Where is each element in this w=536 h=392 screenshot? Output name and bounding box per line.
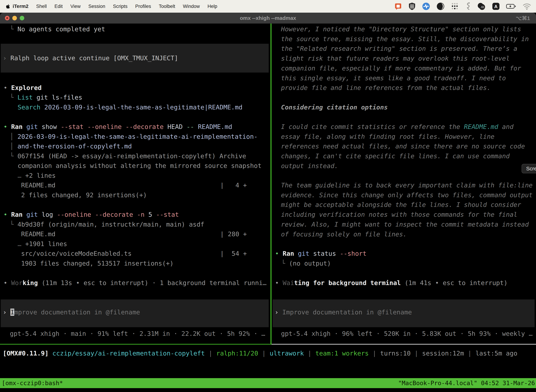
stat-filename: src/voice/voiceModeEnabled.ts xyxy=(21,250,132,257)
right-terminal-pane[interactable]: However, I noticed the "Directory Struct… xyxy=(272,23,536,344)
ralph-banner-line: › Ralph loop active continue [OMX_TMUX_I… xyxy=(1,53,269,63)
stat-count: | 280 + xyxy=(220,229,247,239)
menu-item-help[interactable]: Help xyxy=(207,4,217,9)
dots-grid-icon[interactable] xyxy=(451,2,459,10)
menu-item-scripts[interactable]: Scripts xyxy=(113,4,128,9)
more-lines: +2 lines xyxy=(25,172,56,179)
cmd-sub: show xyxy=(42,123,61,130)
waiting-status-line: • Waiting for background terminal (1m 41… xyxy=(272,278,536,288)
screenshot-notification[interactable]: Scre xyxy=(522,164,536,173)
model-status-text: gpt-5.4 xhigh · main · 91% left · 2.31M … xyxy=(10,330,265,337)
git-show-output-line: │ and-the-erosion-of-copyleft.md xyxy=(0,141,270,151)
search-keyword: Search xyxy=(18,104,44,111)
cmd-arg: HEAD xyxy=(168,123,187,130)
working-shimmer-dim: Wor xyxy=(11,279,23,286)
working-detail: (11m 13s • esc to interrupt) · 1 backgro… xyxy=(38,279,266,286)
stat-count: | 4 + xyxy=(220,180,247,190)
contrast-moon-icon[interactable] xyxy=(436,2,445,10)
cmd-flag: --decorate xyxy=(95,211,137,218)
cmd-sub: log xyxy=(42,211,57,218)
more-lines: +1901 lines xyxy=(25,240,67,247)
working-status-line: • Working (11m 13s • esc to interrupt) ·… xyxy=(0,278,270,288)
cmd-git: git xyxy=(26,123,42,130)
menu-item-edit[interactable]: Edit xyxy=(54,4,63,9)
battery-icon[interactable] xyxy=(506,2,516,10)
git-show-output-line: companion analysis without altering the … xyxy=(0,161,270,171)
pulse-icon[interactable] xyxy=(422,2,430,10)
ran-label: Ran xyxy=(11,211,26,218)
tree-corner: └ xyxy=(10,94,17,101)
menu-status-icons: ..61 A xyxy=(394,2,531,10)
stat-filename: README.md xyxy=(21,230,55,238)
separator: | xyxy=(464,350,475,357)
input-source-a-icon[interactable]: A xyxy=(492,2,500,10)
omx-turns: turns:10 xyxy=(380,350,411,357)
summary-text: 2 files changed, 92 insertions(+) xyxy=(21,191,147,199)
menu-item-toolbelt[interactable]: Toolbelt xyxy=(159,4,175,9)
omx-ralph-counter: ralph:11/20 xyxy=(216,350,258,357)
model-status-text: gpt-5.4 xhigh · 96% left · 520K in · 5.8… xyxy=(281,330,532,337)
cmd-arg: 5 xyxy=(148,211,156,218)
readme-file-reference: README.md xyxy=(464,123,498,130)
prompt-input-box[interactable]: › Improve documentation in @filename xyxy=(273,299,535,327)
badge-61-icon[interactable]: ..61 xyxy=(477,2,486,10)
ran-label: Ran xyxy=(282,250,298,257)
cmd-git: git xyxy=(26,211,42,218)
cmd-flag: --stat xyxy=(156,211,179,218)
dragon-icon[interactable] xyxy=(465,2,471,10)
menu-item-profiles[interactable]: Profiles xyxy=(135,4,151,9)
wifi-icon[interactable] xyxy=(523,3,531,10)
left-terminal-pane[interactable]: └ No agents completed yet › Ralph loop a… xyxy=(0,23,270,344)
waiting-shimmer-bold: ting for background terminal xyxy=(294,279,401,286)
shield-grid-icon[interactable] xyxy=(408,2,416,10)
ran-git-status-line: • Ran git status --short xyxy=(272,249,536,258)
menu-item-view[interactable]: View xyxy=(70,4,81,9)
menu-item-iterm2[interactable]: iTerm2 xyxy=(13,4,29,9)
tmux-session-window[interactable]: [omx-cczip0:bash* xyxy=(2,378,63,388)
tree-corner: └ xyxy=(10,152,17,160)
no-output-line: └ (no output) xyxy=(272,258,536,268)
banner-prompt: › xyxy=(3,54,10,62)
waiting-shimmer-dim: Wai xyxy=(282,279,294,286)
tmux-host-clock: "MacBook-Pro-44.local" 04:52 31-Mar-26 xyxy=(398,378,535,388)
input-source-a-label: A xyxy=(494,4,498,9)
window-shortcut: ⌥⌘1 xyxy=(516,13,530,23)
tree-corner: └ xyxy=(10,25,17,33)
git-show-output-line: └ 067f154 (HEAD -> essay/ai-reimplementa… xyxy=(0,151,270,161)
bullet-icon: • xyxy=(4,84,11,91)
prompt-input-box[interactable]: › Improve documentation in @filename xyxy=(1,299,269,327)
cmd-file: README.md xyxy=(198,123,232,130)
model-status-line: gpt-5.4 xhigh · main · 91% left · 2.31M … xyxy=(0,329,270,339)
cmd-flag: --oneline xyxy=(87,123,125,130)
separator: | xyxy=(369,350,380,357)
explored-list-line: └ List git ls-files xyxy=(0,93,270,103)
ran-git-show-line: • Ran git show --stat --oneline --decora… xyxy=(0,122,270,132)
git-log-more-line: … +1901 lines xyxy=(0,239,270,249)
prompt-input-line[interactable]: › Improve documentation in @filename xyxy=(1,307,269,317)
chat-icon[interactable] xyxy=(394,2,402,10)
reasoning-text: The team guideline is to back every impo… xyxy=(281,182,532,238)
reasoning-text: I could cite commit statistics or refere… xyxy=(281,123,464,130)
git-log-stat-line: src/voice/voiceModeEnabled.ts| 54 + xyxy=(0,249,270,258)
menu-item-session[interactable]: Session xyxy=(88,4,105,9)
apple-menu-icon[interactable] xyxy=(5,3,10,9)
ralph-banner: › Ralph loop active continue [OMX_TMUX_I… xyxy=(1,44,269,73)
menu-item-window[interactable]: Window xyxy=(183,4,200,9)
window-title-bar[interactable]: omx --xhigh --madmax ⌥⌘1 xyxy=(0,13,536,23)
agents-summary-line: └ No agents completed yet xyxy=(0,24,270,34)
separator: | xyxy=(258,350,270,357)
separator: | xyxy=(304,350,315,357)
cmd-dashdash: -- xyxy=(187,123,198,130)
tree-corner: └ xyxy=(281,260,289,267)
omx-last-activity: last:5m ago xyxy=(475,350,517,357)
prompt-input-line[interactable]: › Improve documentation in @filename xyxy=(273,307,535,317)
model-status-line: gpt-5.4 xhigh · 96% left · 520K in · 5.8… xyxy=(272,329,536,339)
omx-team-workers: team:1 workers xyxy=(315,350,368,357)
reasoning-heading-text: Considering citation options xyxy=(281,104,388,111)
ellipsis-icon: … xyxy=(18,172,25,179)
screenshot-notification-label: Scre xyxy=(526,166,536,172)
omx-version: [OMX#0.11.9] xyxy=(3,350,53,357)
menu-items: iTerm2 Shell Edit View Session Scripts P… xyxy=(13,4,217,9)
menu-item-shell[interactable]: Shell xyxy=(36,4,47,9)
explored-header: • Explored xyxy=(0,83,270,93)
